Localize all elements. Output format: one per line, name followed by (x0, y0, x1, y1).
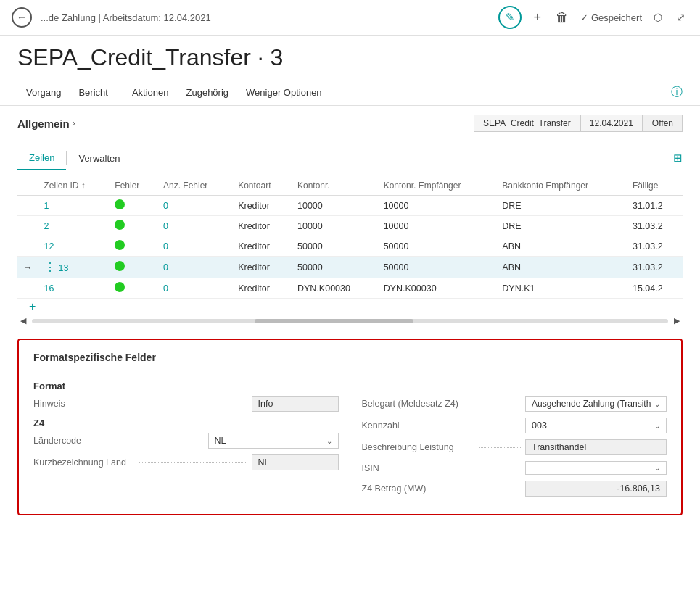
row-kontoart: Kreditor (232, 278, 292, 299)
isin-dropdown[interactable]: ⌄ (525, 461, 667, 475)
table-section: Zeilen ID ↑ Fehler Anz. Fehler Kontoart … (0, 170, 700, 333)
belegart-value: Ausgehende Zahlung (Transith (532, 399, 651, 409)
tab-verwalten[interactable]: Verwalten (67, 147, 131, 170)
row-fehler (109, 278, 157, 299)
row-bankkonto-empfaenger: ABN (496, 257, 627, 278)
expand-icon[interactable]: ⤢ (674, 9, 688, 26)
laendercode-label: Ländercode (33, 436, 135, 446)
left-column: Format Hinweis Info Z4 Ländercode NL ⌄ (33, 375, 339, 502)
table-row[interactable]: 120Kreditor5000050000ABN31.03.2 (17, 236, 683, 257)
nav-zugehoerig[interactable]: Zugehörig (178, 80, 238, 105)
kennzahl-dropdown[interactable]: 003 ⌄ (525, 418, 667, 433)
kurzbezeichnung-label: Kurzbezeichnung Land (33, 457, 135, 468)
nav-aktionen[interactable]: Aktionen (123, 80, 178, 105)
field-row-belegart: Belegart (Meldesatz Z4) Ausgehende Zahlu… (362, 396, 667, 412)
col-kontonr-empf: Kontonr. Empfänger (378, 176, 497, 196)
row-faellig: 31.01.2 (627, 196, 683, 216)
z4-group-label: Z4 (33, 418, 339, 428)
field-row-isin: ISIN ⌄ (362, 461, 667, 475)
table-expand-icon[interactable]: ⊞ (673, 152, 683, 165)
dots-isin (479, 468, 522, 468)
delete-button[interactable]: 🗑 (553, 7, 572, 28)
kennzahl-label: Kennzahl (362, 420, 474, 431)
field-row-kennzahl: Kennzahl 003 ⌄ (362, 418, 667, 433)
back-button[interactable]: ← (12, 7, 32, 28)
row-id[interactable]: 16 (38, 278, 110, 299)
row-anz-fehler: 0 (157, 257, 232, 278)
nav-vorgang[interactable]: Vorgang (17, 80, 70, 105)
add-row-button[interactable]: + (23, 297, 41, 315)
kennzahl-value: 003 (532, 420, 547, 431)
fields-grid: Format Hinweis Info Z4 Ländercode NL ⌄ (33, 375, 667, 502)
scroll-left-arrow[interactable]: ◀ (20, 316, 26, 325)
row-kontonr-empfaenger: 50000 (378, 236, 497, 257)
row-fehler (109, 196, 157, 216)
row-id[interactable]: 1 (38, 196, 110, 216)
table-row[interactable]: 160KreditorDYN.K00030DYN.K00030DYN.K115.… (17, 278, 683, 299)
edit-button[interactable]: ✎ (498, 6, 522, 29)
col-zeilen-id: Zeilen ID ↑ (38, 176, 110, 196)
top-bar: ← ...de Zahlung | Arbeitsdatum: 12.04.20… (0, 0, 700, 36)
laendercode-arrow-icon: ⌄ (326, 437, 332, 445)
row-kontoart: Kreditor (232, 236, 292, 257)
table-row[interactable]: →⋮130Kreditor5000050000ABN31.03.2 (17, 257, 683, 278)
kurzbezeichnung-value: NL (252, 454, 339, 470)
row-kontonr-empfaenger: 10000 (378, 216, 497, 236)
belegart-dropdown[interactable]: Ausgehende Zahlung (Transith ⌄ (525, 396, 667, 412)
col-kontoart: Kontoart (232, 176, 292, 196)
laendercode-dropdown[interactable]: NL ⌄ (208, 433, 339, 449)
nav-bericht[interactable]: Bericht (70, 80, 116, 105)
row-id[interactable]: ⋮13 (38, 257, 110, 278)
title-section: SEPA_Credit_Transfer · 3 (0, 36, 700, 74)
row-id[interactable]: 12 (38, 236, 110, 257)
row-bankkonto-empfaenger: DRE (496, 216, 627, 236)
format-section: Formatspezifische Felder Format Hinweis … (17, 339, 683, 515)
row-fehler (109, 257, 157, 278)
dots-kurzbezeichnung (139, 462, 247, 463)
nav-separator (120, 86, 120, 100)
row-arrow (17, 278, 38, 299)
row-fehler (109, 216, 157, 236)
row-kontonr: 10000 (292, 216, 378, 236)
col-bankkonto: Bankkonto Empfänger (496, 176, 627, 196)
dots-beschreibung (479, 447, 522, 448)
tab-zeilen[interactable]: Zeilen (17, 146, 66, 170)
row-kontonr: 10000 (292, 196, 378, 216)
green-dot-icon (115, 240, 125, 250)
checkmark-icon: ✓ (580, 12, 588, 23)
col-fehler: Fehler (109, 176, 157, 196)
format-group-label: Format (33, 381, 339, 391)
row-arrow: → (17, 257, 38, 278)
row-bankkonto-empfaenger: DYN.K1 (496, 278, 627, 299)
field-row-laendercode: Ländercode NL ⌄ (33, 433, 339, 449)
table-row[interactable]: 10Kreditor1000010000DRE31.01.2 (17, 196, 683, 216)
dots-z4betrag (479, 489, 522, 489)
row-bankkonto-empfaenger: DRE (496, 196, 627, 216)
saved-status: ✓ Gespeichert (580, 12, 642, 23)
badge-status: Offen (643, 115, 683, 132)
laendercode-value: NL (215, 436, 226, 446)
badge-transfer-type: SEPA_Credit_Transfer (474, 115, 580, 132)
scroll-right-arrow[interactable]: ▶ (674, 316, 680, 325)
row-kontonr-empfaenger: DYN.K00030 (378, 278, 497, 299)
row-faellig: 31.03.2 (627, 257, 683, 278)
badge-date: 12.04.2021 (580, 115, 643, 132)
isin-arrow-icon: ⌄ (654, 464, 660, 472)
row-id[interactable]: 2 (38, 216, 110, 236)
nav-weniger-optionen[interactable]: Weniger Optionen (237, 80, 331, 105)
col-indicator (17, 176, 38, 196)
add-button[interactable]: + (530, 7, 544, 28)
info-icon[interactable]: ⓘ (671, 85, 683, 100)
row-kontoart: Kreditor (232, 196, 292, 216)
dots-kennzahl (479, 426, 522, 426)
allgemein-header: Allgemein › SEPA_Credit_Transfer 12.04.2… (0, 106, 700, 141)
hinweis-label: Hinweis (33, 399, 135, 409)
col-kontonr: Kontonr. (292, 176, 378, 196)
right-column: Format Belegart (Meldesatz Z4) Ausgehend… (362, 375, 667, 502)
row-fehler (109, 236, 157, 257)
green-dot-icon (115, 199, 125, 209)
export-icon[interactable]: ⬡ (651, 9, 665, 26)
table-header-row: Zeilen ID ↑ Fehler Anz. Fehler Kontoart … (17, 176, 683, 196)
row-context-menu-icon[interactable]: ⋮ (44, 261, 56, 273)
table-row[interactable]: 20Kreditor1000010000DRE31.03.2 (17, 216, 683, 236)
